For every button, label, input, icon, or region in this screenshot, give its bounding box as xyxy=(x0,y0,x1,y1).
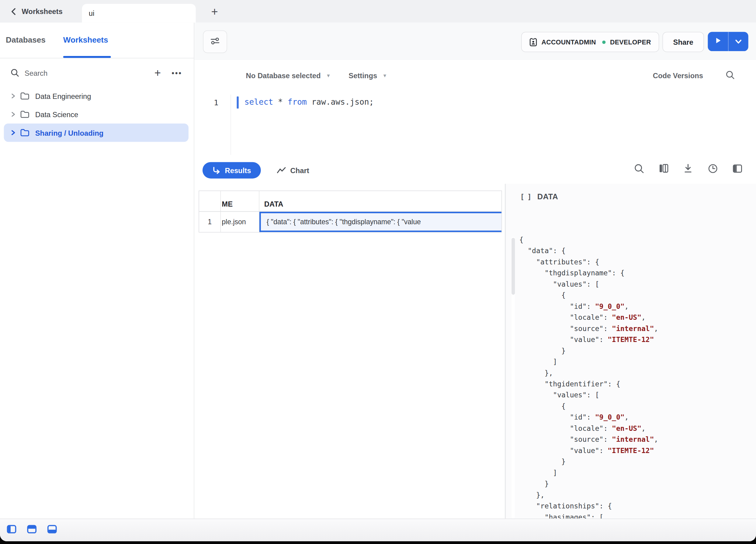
back-label: Worksheets xyxy=(22,7,62,16)
id-badge-icon xyxy=(529,37,537,47)
name-cell[interactable]: ple.json xyxy=(221,212,259,232)
back-to-worksheets-button[interactable]: Worksheets xyxy=(11,0,63,23)
history-button[interactable] xyxy=(707,164,718,175)
download-icon xyxy=(683,163,693,175)
play-icon xyxy=(715,37,721,46)
sql-editor[interactable]: 1 select * from raw.aws.json; xyxy=(194,91,756,155)
context-selector-button[interactable]: ACCOUNTADMIN DEVELOPER xyxy=(521,32,659,52)
search-icon xyxy=(11,68,19,77)
folder-item-data-engineering[interactable]: Data Engineering xyxy=(4,87,189,105)
layout-toggle-group xyxy=(6,524,58,536)
toggle-left-panel-button[interactable] xyxy=(6,524,17,536)
caret-down-icon: ▼ xyxy=(326,73,331,78)
table-row: 1 ple.json { "data": { "attributes": { "… xyxy=(199,212,501,232)
toggle-bottom-panel-button[interactable] xyxy=(46,524,58,536)
toggle-top-panel-button[interactable] xyxy=(26,524,38,536)
detail-title: DATA xyxy=(537,192,558,201)
results-actions xyxy=(633,155,742,184)
dots-horizontal-icon: ••• xyxy=(172,69,182,77)
folder-item-data-science[interactable]: Data Science xyxy=(4,105,189,123)
sidebar-search-row: + ••• xyxy=(0,58,194,88)
more-options-button[interactable]: ••• xyxy=(170,66,184,80)
new-tab-button[interactable]: + xyxy=(207,4,222,19)
bottom-panel-icon xyxy=(47,525,57,535)
run-options-button[interactable] xyxy=(729,32,748,51)
folder-icon xyxy=(20,129,29,136)
run-button[interactable] xyxy=(708,32,729,51)
database-selector[interactable]: No Database selected ▼ xyxy=(246,60,331,91)
return-arrow-icon xyxy=(212,166,220,174)
download-button[interactable] xyxy=(683,164,693,175)
split-panel-button[interactable] xyxy=(732,164,743,175)
screen: Worksheets ui + Databases Worksheets + •… xyxy=(0,0,756,544)
chevron-right-icon xyxy=(11,130,16,135)
data-cell-selected[interactable]: { "data": { "attributes": { "thgdisplayn… xyxy=(259,212,501,232)
chart-line-icon xyxy=(277,167,286,174)
chevron-right-icon xyxy=(11,111,16,117)
new-worksheet-button[interactable]: + xyxy=(151,66,165,80)
results-tab[interactable]: Results xyxy=(203,162,261,178)
search-results-button[interactable] xyxy=(633,164,644,175)
results-table: ME DATA 1 ple.json { "data": { "attribut… xyxy=(199,190,502,232)
chevron-left-icon xyxy=(11,8,17,15)
share-button[interactable]: Share xyxy=(662,32,704,52)
worksheet-tab-ui[interactable]: ui xyxy=(82,4,196,23)
table-header-row: ME DATA xyxy=(199,191,501,212)
filters-button[interactable] xyxy=(203,30,227,53)
chart-tab-label: Chart xyxy=(290,166,309,174)
panel-layout-icon xyxy=(732,164,742,175)
database-selector-label: No Database selected xyxy=(246,71,321,79)
left-panel-icon xyxy=(7,525,16,535)
worksheet-tab-label: ui xyxy=(89,9,95,17)
folder-label: Data Science xyxy=(35,110,78,118)
sidebar-tabs: Databases Worksheets xyxy=(0,23,194,58)
settings-label: Settings xyxy=(349,71,377,79)
brackets-icon: [ ] xyxy=(520,193,531,200)
warehouse-label: DEVELOPER xyxy=(610,38,651,46)
settings-dropdown[interactable]: Settings ▼ xyxy=(349,60,387,91)
columns-button[interactable] xyxy=(658,164,669,175)
folder-label: Sharing / Unloading xyxy=(35,129,104,137)
line-number: 1 xyxy=(209,98,219,107)
editor-header: No Database selected ▼ Settings ▼ Code V… xyxy=(194,60,756,91)
header-data[interactable]: DATA xyxy=(259,191,501,212)
top-bar: Worksheets ui + xyxy=(0,0,756,23)
status-dot-icon xyxy=(602,40,606,43)
sql-code-line: select * from raw.aws.json; xyxy=(244,97,374,106)
app-window: Worksheets ui + Databases Worksheets + •… xyxy=(0,0,756,541)
folder-icon xyxy=(20,110,29,118)
caret-down-icon: ▼ xyxy=(383,73,387,78)
folder-label: Data Engineering xyxy=(35,92,91,100)
search-input[interactable] xyxy=(24,68,132,77)
main-content: ACCOUNTADMIN DEVELOPER Share No Database… xyxy=(194,23,756,519)
context-toolbar: ACCOUNTADMIN DEVELOPER Share xyxy=(194,23,756,61)
run-split-button xyxy=(708,32,748,51)
columns-icon xyxy=(658,163,668,175)
folder-item-sharing-unloading[interactable]: Sharing / Unloading xyxy=(4,123,189,142)
tab-worksheets[interactable]: Worksheets xyxy=(63,23,108,57)
plus-icon: + xyxy=(211,5,218,18)
results-toolbar: Results Chart xyxy=(194,155,756,184)
header-rownum xyxy=(199,191,221,212)
chart-tab[interactable]: Chart xyxy=(273,162,313,178)
role-label: ACCOUNTADMIN xyxy=(542,38,596,46)
gutter-divider xyxy=(231,95,231,155)
detail-scrollbar-thumb[interactable] xyxy=(512,238,515,295)
code-versions-button[interactable]: Code Versions xyxy=(653,60,703,91)
footer-bar xyxy=(0,518,756,541)
tab-databases[interactable]: Databases xyxy=(6,23,46,57)
header-name[interactable]: ME xyxy=(221,191,259,212)
results-tab-label: Results xyxy=(225,166,251,174)
chevron-right-icon xyxy=(11,93,16,99)
chevron-down-icon xyxy=(735,37,742,46)
json-viewer[interactable]: { "data": { "attributes": { "thgdisplayn… xyxy=(519,234,751,519)
folder-icon xyxy=(20,92,29,100)
text-cursor xyxy=(237,96,238,109)
folder-list: Data Engineering Data Science Sharing / … xyxy=(0,87,194,142)
results-body: ME DATA 1 ple.json { "data": { "attribut… xyxy=(194,184,756,518)
editor-search-button[interactable] xyxy=(724,69,736,82)
search-icon xyxy=(725,70,734,81)
search-icon xyxy=(634,163,644,175)
clock-icon xyxy=(708,163,718,175)
plus-icon: + xyxy=(154,66,161,79)
